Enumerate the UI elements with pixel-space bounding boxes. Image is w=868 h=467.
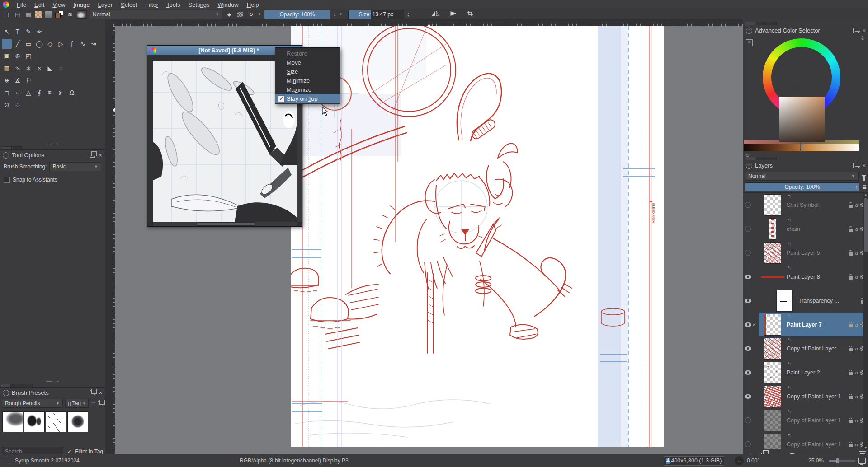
layer-name[interactable]: Paint Layer 5	[787, 250, 820, 256]
refresh-shades-icon[interactable]: ↻	[745, 152, 750, 159]
brush-preset-thumb[interactable]	[46, 411, 66, 432]
gradient-chooser[interactable]	[45, 11, 52, 18]
docker-lock-icon[interactable]: ◠	[746, 163, 752, 169]
layer-thumbnail[interactable]	[764, 314, 781, 336]
save-icon[interactable]: ▦	[24, 11, 33, 18]
tool-button[interactable]: ✒	[34, 27, 44, 37]
lock-icon[interactable]	[849, 324, 853, 327]
lock-icon[interactable]	[849, 372, 853, 375]
tool-button[interactable]: ◰	[24, 51, 33, 61]
lock-icon[interactable]	[849, 348, 853, 351]
layer-name[interactable]: chain	[787, 226, 800, 232]
context-menu-item[interactable]: ✓ Restore	[275, 49, 340, 58]
menu-item[interactable]: Filter	[141, 1, 162, 9]
tool-button[interactable]: ▥	[2, 63, 12, 73]
alpha-lock-icon[interactable]: α	[855, 394, 858, 399]
tool-button[interactable]: Ω	[67, 88, 77, 98]
brush-preset-preview[interactable]	[77, 10, 87, 19]
brush-docker-tab[interactable]	[23, 384, 33, 387]
close-docker-icon[interactable]: ×	[862, 163, 866, 168]
color-docker-tab[interactable]	[745, 22, 755, 25]
layer-row[interactable]: ✓ ↰ ▣ Copy of Paint Layer 1 α	[743, 408, 868, 432]
layer-row[interactable]: ✓ ↰ ▣ Copy of Paint Layer... α	[743, 336, 868, 360]
layer-visibility-toggle[interactable]	[743, 202, 752, 208]
alpha-lock-icon[interactable]: α	[855, 418, 858, 423]
reload-preset-icon[interactable]: ↻	[247, 11, 255, 18]
layer-visibility-toggle[interactable]	[743, 370, 752, 375]
lock-icon[interactable]	[849, 205, 853, 208]
tool-button[interactable]: ⇘	[13, 63, 23, 73]
menu-item[interactable]: Help	[243, 1, 263, 9]
new-document-icon[interactable]: ▢	[3, 11, 11, 18]
tool-button[interactable]: ∗	[24, 63, 33, 73]
alpha-lock-icon[interactable]: α	[855, 370, 858, 375]
layer-visibility-toggle[interactable]	[743, 299, 752, 303]
layer-thumbnail[interactable]	[764, 338, 781, 360]
image-size-field[interactable]: 4,400 x 6,800 (1.3 GiB)	[664, 456, 724, 466]
layer-thumbnail[interactable]	[760, 268, 785, 286]
float-docker-icon[interactable]	[853, 163, 859, 168]
layer-visibility-toggle[interactable]	[743, 275, 752, 279]
docker-lock-icon[interactable]: ◠	[3, 152, 9, 159]
close-docker-icon[interactable]: ×	[99, 153, 102, 158]
menu-item[interactable]: File	[13, 1, 30, 9]
layer-filter-icon[interactable]	[861, 175, 867, 178]
list-view-icon[interactable]: ≣	[91, 400, 95, 406]
tool-button[interactable]: T	[13, 27, 23, 37]
layer-row[interactable]: ✓ ↰ ▣ Paint Layer 2 α	[743, 360, 868, 384]
tool-button[interactable]: ▷	[56, 39, 66, 49]
opacity-slider[interactable]: Opacity: 100%	[264, 10, 330, 19]
menu-item[interactable]: Image	[69, 1, 94, 9]
open-document-icon[interactable]: ▤	[14, 11, 22, 18]
layer-row[interactable]: ✓ ↰ ▣ Paint Layer 7 α	[743, 313, 868, 336]
preserve-alpha-icon[interactable]	[236, 11, 244, 18]
tool-button[interactable]: ▭	[24, 39, 33, 49]
float-docker-icon[interactable]	[853, 28, 859, 33]
tool-button[interactable]: ◣	[45, 63, 55, 73]
left-docker-tab[interactable]	[2, 146, 12, 149]
tool-button[interactable]: ×	[34, 63, 44, 73]
layer-visibility-toggle[interactable]	[743, 346, 752, 351]
docker-lock-icon[interactable]: ◠	[746, 28, 752, 34]
layer-name[interactable]: Paint Layer 7	[787, 322, 822, 328]
zoom-slider[interactable]	[829, 460, 855, 462]
tool-button[interactable]: ∮	[34, 88, 44, 98]
document-page[interactable]: BLEED AREA BLEED AREA	[291, 26, 664, 447]
menu-item[interactable]: Edit	[30, 1, 48, 9]
trim-icon[interactable]	[467, 10, 474, 18]
color-docker-tab[interactable]	[756, 22, 766, 25]
layer-thumbnail[interactable]	[776, 290, 793, 312]
layer-docker-tab[interactable]	[767, 157, 777, 160]
brush-preset-thumb[interactable]	[24, 411, 45, 432]
tool-button[interactable]: ⊹	[13, 100, 23, 110]
layer-visibility-toggle[interactable]	[743, 417, 752, 423]
tool-button[interactable]: ✎	[24, 27, 33, 37]
tool-button[interactable]: ⊙	[2, 100, 12, 110]
tool-button[interactable]: ○	[13, 88, 23, 98]
layer-thumbnail[interactable]	[764, 434, 781, 450]
layer-name[interactable]: Shirt Symbol	[787, 202, 819, 208]
tool-button[interactable]: ↖	[2, 27, 12, 37]
context-menu-item[interactable]: ✓ Stay on Top	[275, 94, 340, 103]
layer-visibility-toggle[interactable]	[743, 322, 752, 327]
brush-preset-thumb[interactable]	[2, 411, 23, 432]
tool-button[interactable]: ∡	[13, 75, 23, 85]
menu-item[interactable]: Select	[117, 1, 141, 9]
tool-button[interactable]: ≋	[45, 88, 55, 98]
alpha-lock-icon[interactable]: α	[855, 226, 858, 232]
tool-button[interactable]: ◌	[56, 63, 66, 73]
saturation-value-square[interactable]	[779, 97, 825, 142]
context-menu-item[interactable]: ✓ Move	[275, 58, 340, 67]
size-spinner[interactable]: ▲▼	[407, 12, 410, 17]
snap-to-assistants-checkbox[interactable]	[4, 177, 10, 183]
layer-visibility-toggle[interactable]	[743, 394, 752, 399]
tool-button[interactable]: ʃ	[67, 39, 77, 49]
layer-visibility-toggle[interactable]	[743, 441, 752, 447]
layer-thumbnail[interactable]	[764, 362, 781, 383]
brush-settings-icon[interactable]: ≋	[66, 11, 74, 18]
menu-item[interactable]: Settings	[184, 1, 213, 9]
size-slider[interactable]: Size: 13.47 px	[348, 10, 404, 19]
layer-name[interactable]: Paint Layer 8	[787, 274, 820, 280]
brush-doc-icon[interactable]	[4, 458, 10, 464]
menu-item[interactable]: View	[48, 1, 69, 9]
